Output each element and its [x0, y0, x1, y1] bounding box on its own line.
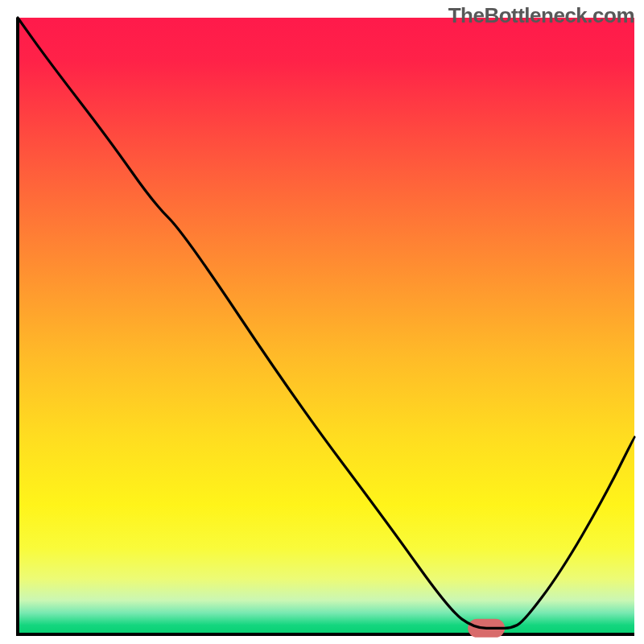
- chart-background-gradient: [18, 18, 634, 634]
- bottleneck-chart: TheBottleneck.com: [0, 0, 644, 644]
- watermark-text: TheBottleneck.com: [448, 3, 634, 28]
- chart-svg: [0, 0, 644, 644]
